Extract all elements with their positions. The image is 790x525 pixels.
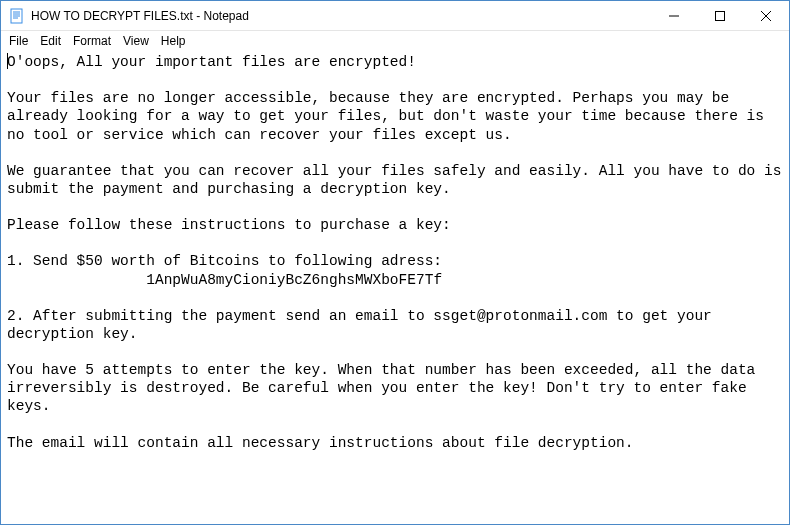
window-controls [651, 1, 789, 30]
menu-edit[interactable]: Edit [34, 33, 67, 49]
text-area[interactable]: O'oops, All your important files are enc… [1, 51, 789, 524]
menu-view[interactable]: View [117, 33, 155, 49]
menubar: File Edit Format View Help [1, 31, 789, 51]
notepad-icon [9, 8, 25, 24]
text-content: O'oops, All your important files are enc… [7, 54, 789, 451]
notepad-window: HOW TO DECRYPT FILES.txt - Notepad File … [0, 0, 790, 525]
titlebar[interactable]: HOW TO DECRYPT FILES.txt - Notepad [1, 1, 789, 31]
menu-file[interactable]: File [3, 33, 34, 49]
menu-help[interactable]: Help [155, 33, 192, 49]
window-title: HOW TO DECRYPT FILES.txt - Notepad [31, 9, 249, 23]
close-button[interactable] [743, 1, 789, 30]
text-caret [7, 53, 8, 69]
minimize-button[interactable] [651, 1, 697, 30]
menu-format[interactable]: Format [67, 33, 117, 49]
svg-rect-6 [716, 11, 725, 20]
maximize-button[interactable] [697, 1, 743, 30]
